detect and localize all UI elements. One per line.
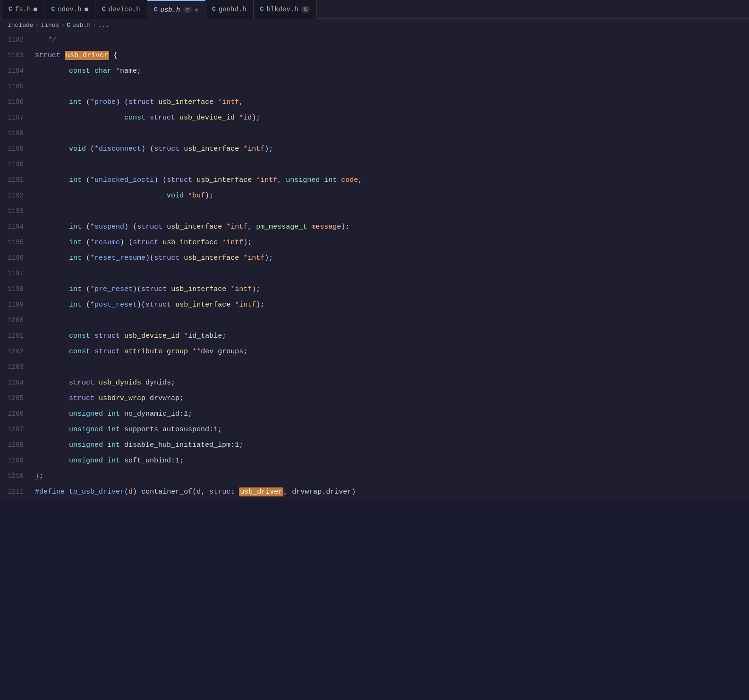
code-line-1188: 1188 [0,126,749,141]
code-line-1205: 1205 struct usbdrv_wrap drvwrap; [0,391,749,406]
line-number-1199: 1199 [0,297,33,312]
tab-label-genhd-h: genhd.h [219,6,247,13]
line-content-1193 [33,204,749,219]
line-number-1184: 1184 [0,63,33,78]
line-number-1201: 1201 [0,328,33,343]
tab-icon-fs-h: C [9,6,12,13]
line-number-1186: 1186 [0,94,33,110]
line-number-1210: 1210 [0,469,33,484]
tab-close-usb-h[interactable]: ✕ [195,6,198,14]
code-line-1193: 1193 [0,204,749,219]
code-line-1208: 1208 unsigned int disable_hub_initiated_… [0,437,749,453]
line-number-1191: 1191 [0,172,33,188]
breadcrumb-linux[interactable]: linux [41,22,59,29]
tab-label-blkdev-h: blkdev.h [266,6,298,13]
line-content-1191[interactable]: int (*unlocked_ioctl) (struct usb_interf… [33,173,749,188]
tab-dot-fs-h [34,8,37,11]
tab-badge-usb-h: 2 [183,7,192,13]
line-content-1211[interactable]: #define to_usb_driver(d) container_of(d,… [33,485,749,500]
line-number-1206: 1206 [0,406,33,421]
line-content-1207[interactable]: unsigned int supports_autosuspend:1; [33,422,749,437]
breadcrumb-file[interactable]: usb.h [72,22,91,29]
line-content-1186[interactable]: int (*probe) (struct usb_interface *intf… [33,95,749,110]
line-number-1207: 1207 [0,422,33,437]
line-content-1197 [33,266,749,282]
line-number-1208: 1208 [0,437,33,452]
code-line-1211: 1211 #define to_usb_driver(d) container_… [0,484,749,500]
code-line-1196: 1196 int (*reset_resume)(struct usb_inte… [0,250,749,266]
line-number-1194: 1194 [0,219,33,234]
line-number-1192: 1192 [0,188,33,203]
tab-icon-genhd-h: C [212,6,216,13]
line-content-1205[interactable]: struct usbdrv_wrap drvwrap; [33,391,749,406]
tab-fs-h[interactable]: C fs.h [2,0,44,19]
code-line-1195: 1195 int (*resume) (struct usb_interface… [0,235,749,250]
line-number-1198: 1198 [0,282,33,297]
breadcrumb-sep3: › [93,22,96,29]
code-line-1183: 1183 struct usb_driver { [0,48,749,63]
line-number-1204: 1204 [0,375,33,390]
tab-label-device-h: device.h [108,6,140,13]
code-line-1194: 1194 int (*suspend) (struct usb_interfac… [0,219,749,235]
line-content-1189[interactable]: void (*disconnect) (struct usb_interface… [33,142,749,157]
line-content-1199[interactable]: int (*post_reset)(struct usb_interface *… [33,298,749,313]
line-number-1183: 1183 [0,48,33,63]
tab-dot-cdev-h [85,8,88,11]
line-content-1206[interactable]: unsigned int no_dynamic_id:1; [33,407,749,422]
line-number-1200: 1200 [0,313,33,328]
line-content-1196[interactable]: int (*reset_resume)(struct usb_interface… [33,251,749,266]
code-line-1189: 1189 void (*disconnect) (struct usb_inte… [0,141,749,157]
code-line-1201: 1201 const struct usb_device_id *id_tabl… [0,328,749,344]
line-content-1202[interactable]: const struct attribute_group **dev_group… [33,344,749,359]
line-content-1198[interactable]: int (*pre_reset)(struct usb_interface *i… [33,282,749,297]
line-number-1209: 1209 [0,453,33,468]
code-line-1190: 1190 [0,157,749,172]
line-number-1190: 1190 [0,157,33,172]
line-content-1194[interactable]: int (*suspend) (struct usb_interface *in… [33,220,749,235]
tab-icon-cdev-h: C [51,6,55,13]
line-number-1202: 1202 [0,344,33,359]
line-number-1193: 1193 [0,204,33,219]
line-content-1182[interactable]: */ [33,33,749,48]
line-content-1195[interactable]: int (*resume) (struct usb_interface *int… [33,235,749,250]
tab-icon-blkdev-h: C [260,6,264,13]
line-content-1210[interactable]: }; [33,469,749,484]
breadcrumb-file-icon: C [67,22,70,29]
code-editor: 1182 */ 1183 struct usb_driver { 1184 co… [0,32,749,500]
tab-cdev-h[interactable]: C cdev.h [44,0,95,19]
code-line-1210: 1210 }; [0,469,749,484]
code-line-1200: 1200 [0,313,749,328]
tab-bar: C fs.h C cdev.h C device.h C usb.h 2 ✕ C… [0,0,749,19]
tab-usb-h[interactable]: C usb.h 2 ✕ [147,0,205,19]
code-line-1184: 1184 const char *name; [0,63,749,79]
breadcrumb-include[interactable]: include [8,22,34,29]
code-line-1191: 1191 int (*unlocked_ioctl) (struct usb_i… [0,172,749,188]
line-content-1183[interactable]: struct usb_driver { [33,48,749,63]
code-line-1185: 1185 [0,79,749,94]
line-number-1187: 1187 [0,110,33,125]
line-number-1189: 1189 [0,141,33,156]
line-content-1201[interactable]: const struct usb_device_id *id_table; [33,329,749,344]
line-content-1187[interactable]: const struct usb_device_id *id); [33,111,749,126]
code-line-1203: 1203 [0,359,749,375]
line-content-1184[interactable]: const char *name; [33,64,749,79]
tab-genhd-h[interactable]: C genhd.h [205,0,254,19]
line-content-1192[interactable]: void *buf); [33,188,749,204]
tab-blkdev-h[interactable]: C blkdev.h 5 [254,0,317,19]
line-content-1185 [33,79,749,94]
breadcrumb-ellipsis[interactable]: ... [98,22,109,29]
line-content-1208[interactable]: unsigned int disable_hub_initiated_lpm:1… [33,438,749,453]
tab-device-h[interactable]: C device.h [95,0,147,19]
line-number-1185: 1185 [0,79,33,94]
tab-label-fs-h: fs.h [15,6,31,13]
line-number-1195: 1195 [0,235,33,250]
code-line-1197: 1197 [0,266,749,282]
line-content-1203 [33,360,749,375]
line-content-1209[interactable]: unsigned int soft_unbind:1; [33,453,749,469]
breadcrumb: include › linux › C usb.h › ... [0,19,749,32]
code-line-1198: 1198 int (*pre_reset)(struct usb_interfa… [0,282,749,297]
line-content-1204[interactable]: struct usb_dynids dynids; [33,376,749,391]
line-content-1200 [33,313,749,328]
tab-icon-device-h: C [102,6,106,13]
line-number-1182: 1182 [0,32,33,47]
